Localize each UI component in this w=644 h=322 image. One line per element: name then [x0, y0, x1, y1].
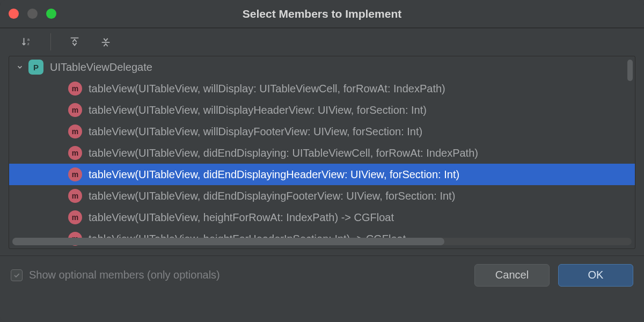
method-row[interactable]: mtableView(UITableView, willDisplayHeade… — [9, 99, 635, 121]
protocol-row[interactable]: P UITableViewDelegate — [9, 56, 635, 78]
chevron-down-icon[interactable] — [14, 62, 25, 72]
toolbar-divider — [50, 33, 51, 50]
method-badge: m — [68, 146, 82, 160]
show-optional-checkbox-row[interactable]: Show optional members (only optionals) — [11, 269, 220, 281]
method-row[interactable]: mtableView(UITableView, willDisplayFoote… — [9, 121, 635, 142]
dialog-title: Select Members to Implement — [0, 8, 644, 20]
sort-alpha-button[interactable]: a z — [19, 34, 34, 49]
method-badge: m — [68, 103, 82, 117]
window-controls — [9, 0, 56, 27]
method-badge: m — [68, 167, 82, 181]
maximize-window-button[interactable] — [46, 9, 56, 19]
ok-button[interactable]: OK — [558, 264, 633, 287]
cancel-button[interactable]: Cancel — [474, 264, 550, 287]
show-optional-checkbox[interactable] — [11, 269, 23, 281]
method-badge: m — [68, 82, 82, 96]
method-signature: tableView(UITableView, willDisplayHeader… — [89, 104, 427, 116]
method-badge: m — [68, 189, 82, 203]
show-optional-label: Show optional members (only optionals) — [29, 269, 220, 281]
collapse-all-button[interactable] — [98, 34, 113, 49]
method-row[interactable]: mtableView(UITableView, willDisplay: UIT… — [9, 78, 635, 99]
horizontal-scrollbar-thumb[interactable] — [12, 238, 444, 245]
vertical-scrollbar[interactable] — [627, 60, 633, 81]
method-signature: tableView(UITableView, willDisplayFooter… — [89, 126, 422, 138]
method-signature: tableView(UITableView, willDisplay: UITa… — [89, 83, 445, 95]
members-list: P UITableViewDelegate mtableView(UITable… — [9, 56, 635, 249]
expand-all-button[interactable] — [67, 34, 82, 49]
toolbar: a z — [0, 28, 644, 56]
titlebar[interactable]: Select Members to Implement — [0, 0, 644, 28]
method-signature: tableView(UITableView, didEndDisplayingH… — [89, 169, 459, 181]
dialog-footer: Show optional members (only optionals) C… — [0, 255, 644, 294]
checkmark-icon — [13, 272, 20, 279]
members-list-viewport[interactable]: P UITableViewDelegate mtableView(UITable… — [9, 56, 635, 248]
method-badge: m — [68, 210, 82, 224]
close-window-button[interactable] — [9, 9, 19, 19]
method-row[interactable]: mtableView(UITableView, didEndDisplaying… — [9, 142, 635, 164]
sort-alpha-icon: a z — [21, 36, 33, 48]
svg-text:z: z — [27, 41, 30, 46]
protocol-name: UITableViewDelegate — [50, 61, 152, 74]
protocol-badge: P — [28, 60, 43, 75]
method-row[interactable]: mtableView(UITableView, didEndDisplaying… — [9, 164, 635, 185]
collapse-all-icon — [100, 36, 112, 48]
dialog-window: Select Members to Implement a z — [0, 0, 644, 322]
method-signature: tableView(UITableView, didEndDisplayingF… — [89, 190, 455, 202]
method-signature: tableView(UITableView, heightForRowAt: I… — [89, 211, 394, 224]
method-row[interactable]: mtableView(UITableView, heightForRowAt: … — [9, 207, 635, 228]
minimize-window-button[interactable] — [27, 9, 38, 19]
method-signature: tableView(UITableView, didEndDisplaying:… — [89, 147, 478, 159]
method-row[interactable]: mtableView(UITableView, didEndDisplaying… — [9, 185, 635, 207]
method-badge: m — [68, 125, 82, 138]
expand-all-icon — [69, 36, 80, 48]
